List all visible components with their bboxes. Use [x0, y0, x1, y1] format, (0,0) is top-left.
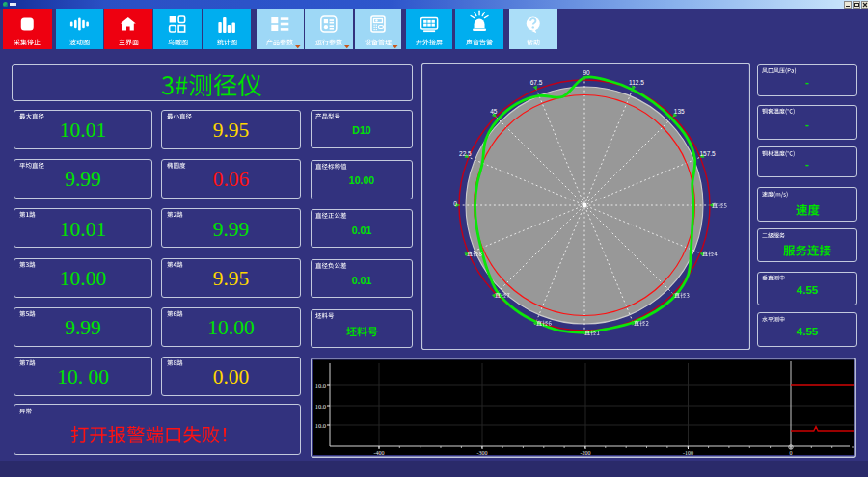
svg-text:-400: -400	[374, 450, 385, 456]
svg-text:112.5: 112.5	[629, 79, 644, 86]
svg-text:-200: -200	[581, 450, 591, 456]
svg-text:0: 0	[790, 450, 793, 456]
svg-text:22.5: 22.5	[459, 150, 472, 157]
svg-text:45: 45	[490, 108, 498, 115]
svg-text:135: 135	[674, 108, 685, 115]
svg-text:-300: -300	[477, 450, 488, 456]
svg-text:-100: -100	[683, 450, 693, 456]
svg-text:67.5: 67.5	[530, 79, 543, 86]
svg-text:157.5: 157.5	[699, 150, 716, 157]
svg-text:10.0: 10.0	[315, 403, 326, 410]
svg-text:10.0: 10.0	[315, 383, 326, 389]
svg-text:0: 0	[453, 200, 457, 207]
svg-text:10.0: 10.0	[315, 422, 326, 429]
svg-text:90: 90	[583, 69, 590, 76]
